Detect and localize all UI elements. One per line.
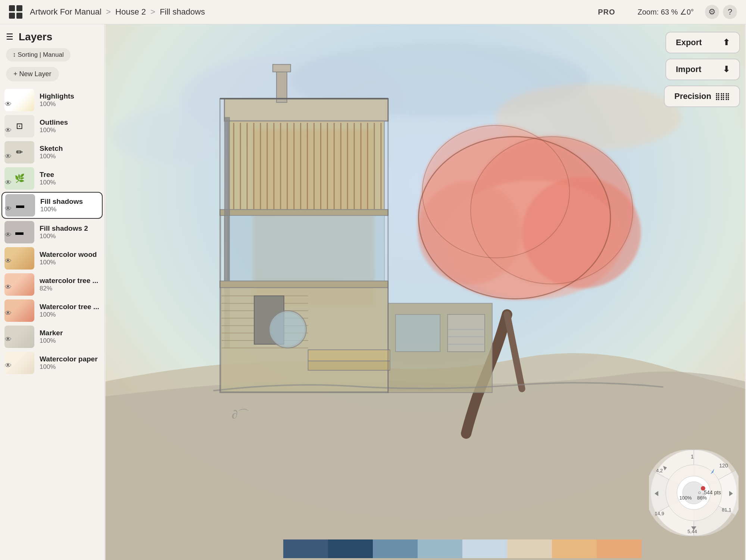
pro-badge: PRO	[598, 8, 615, 16]
layer-opacity: 82%	[40, 285, 103, 292]
export-button[interactable]: Export ⬆	[665, 32, 740, 53]
layer-item[interactable]: 👁watercolor tree ...82%	[1, 272, 103, 297]
color-palette	[209, 538, 746, 560]
precision-wheel[interactable]: 1 120 81,1 5,44 14,9 4,2 ○ .544 pts 100%…	[649, 448, 739, 538]
layers-title: Layers	[19, 31, 52, 43]
color-swatch-6[interactable]	[507, 539, 552, 558]
layer-info: Watercolor wood100%	[40, 251, 103, 266]
svg-rect-65	[447, 314, 485, 352]
breadcrumb-sep2: >	[150, 7, 155, 16]
eye-toggle-icon[interactable]: 👁	[0, 353, 16, 378]
svg-text:∂⌒: ∂⌒	[232, 408, 250, 421]
layer-opacity: 100%	[40, 363, 103, 371]
svg-rect-17	[277, 69, 287, 103]
svg-rect-18	[273, 65, 291, 72]
layer-opacity: 100%	[40, 100, 103, 108]
layer-opacity: 100%	[40, 337, 103, 345]
layer-name: watercolor tree ...	[40, 277, 103, 285]
layer-opacity: 100%	[40, 179, 103, 186]
svg-text:○ .544 pts: ○ .544 pts	[698, 489, 721, 495]
eye-toggle-icon[interactable]: 👁	[0, 274, 16, 300]
breadcrumb-part2[interactable]: House 2	[115, 7, 146, 16]
layer-name: Highlights	[40, 92, 103, 100]
layer-info: Fill shadows 2100%	[40, 224, 103, 240]
svg-point-10	[522, 177, 641, 289]
right-panel: Export ⬆ Import ⬇ Precision ⣿⣿⣿	[627, 24, 746, 115]
svg-text:14,9: 14,9	[655, 511, 664, 516]
layer-item[interactable]: 👁Watercolor tree ...100%	[1, 298, 103, 323]
layer-opacity: 100%	[40, 206, 102, 213]
layer-item[interactable]: 👁⊡Outlines100%	[1, 113, 103, 139]
eye-toggle-icon[interactable]: 👁	[0, 327, 16, 352]
eye-toggle-icon[interactable]: 👁	[0, 91, 16, 117]
layer-info: watercolor tree ...82%	[40, 277, 103, 292]
layer-name: Tree	[40, 171, 103, 179]
layer-item[interactable]: 👁🌿Tree100%	[1, 166, 103, 191]
import-icon: ⬇	[723, 65, 730, 74]
layer-item[interactable]: 👁▬Fill shadows100%	[1, 192, 103, 219]
eye-toggle-icon[interactable]: 👁	[0, 118, 16, 143]
layer-name: Watercolor tree ...	[40, 303, 103, 311]
svg-text:1: 1	[691, 454, 694, 460]
breadcrumb-sep1: >	[106, 7, 111, 16]
help-icon[interactable]: ?	[723, 5, 737, 19]
color-swatch-3[interactable]	[373, 539, 418, 558]
precision-grid-icon: ⣿⣿⣿	[715, 92, 730, 100]
export-icon: ⬆	[723, 38, 730, 47]
layer-opacity: 100%	[40, 233, 103, 240]
layer-info: Watercolor paper100%	[40, 355, 103, 371]
layer-item[interactable]: 👁Watercolor paper100%	[1, 350, 103, 376]
layer-name: Outlines	[40, 118, 103, 127]
color-swatch-7[interactable]	[552, 539, 597, 558]
eye-toggle-icon[interactable]: 👁	[0, 144, 16, 169]
svg-text:120: 120	[719, 463, 728, 469]
svg-point-61	[269, 311, 306, 348]
layer-name: Sketch	[40, 144, 103, 153]
layer-info: Tree100%	[40, 171, 103, 186]
layer-item[interactable]: 👁Watercolor wood100%	[1, 246, 103, 271]
layer-info: Outlines100%	[40, 118, 103, 134]
svg-point-9	[418, 181, 522, 285]
svg-text:100%: 100%	[679, 495, 692, 501]
import-label: Import	[676, 65, 701, 74]
layer-opacity: 100%	[40, 127, 103, 134]
svg-rect-64	[396, 314, 440, 352]
svg-rect-16	[224, 99, 388, 121]
eye-toggle-icon[interactable]: 👁	[0, 301, 16, 326]
precision-button[interactable]: Precision ⣿⣿⣿	[664, 85, 740, 107]
color-swatch-1[interactable]	[283, 539, 328, 558]
header-bar: Artwork For Manual > House 2 > Fill shad…	[0, 0, 746, 24]
color-swatch-5[interactable]	[462, 539, 507, 558]
layer-item[interactable]: 👁✏Sketch100%	[1, 140, 103, 165]
svg-rect-43	[220, 209, 388, 215]
eye-toggle-icon[interactable]: 👁	[0, 196, 16, 221]
color-swatch-2[interactable]	[328, 539, 373, 558]
svg-text:5,44: 5,44	[687, 529, 697, 534]
settings-icon[interactable]: ⚙	[705, 5, 719, 19]
layer-name: Marker	[40, 329, 103, 337]
svg-rect-50	[220, 281, 388, 288]
layer-name: Watercolor wood	[40, 251, 103, 259]
color-swatch-4[interactable]	[418, 539, 462, 558]
eye-toggle-icon[interactable]: 👁	[0, 222, 16, 248]
layer-info: Highlights100%	[40, 92, 103, 108]
color-swatch-8[interactable]	[597, 539, 642, 558]
export-label: Export	[676, 38, 702, 47]
new-layer-section: + New Layer	[6, 67, 98, 81]
layer-info: Sketch100%	[40, 144, 103, 160]
eye-toggle-icon[interactable]: 👁	[0, 170, 16, 195]
layer-info: Marker100%	[40, 329, 103, 345]
layer-name: Watercolor paper	[40, 355, 103, 363]
layer-name: Fill shadows 2	[40, 224, 103, 233]
app-grid-icon[interactable]	[9, 5, 22, 19]
svg-rect-69	[308, 350, 390, 361]
breadcrumb-part3[interactable]: Fill shadows	[160, 7, 205, 16]
eye-toggle-icon[interactable]: 👁	[0, 248, 16, 274]
breadcrumb-part1[interactable]: Artwork For Manual	[30, 7, 102, 16]
layer-item[interactable]: 👁Highlights100%	[1, 87, 103, 113]
layer-opacity: 100%	[40, 311, 103, 318]
import-button[interactable]: Import ⬇	[665, 59, 740, 80]
layer-item[interactable]: 👁Marker100%	[1, 324, 103, 349]
zoom-info: Zoom: 63 % ∠0°	[637, 7, 694, 16]
layer-item[interactable]: 👁▬Fill shadows 2100%	[1, 220, 103, 245]
